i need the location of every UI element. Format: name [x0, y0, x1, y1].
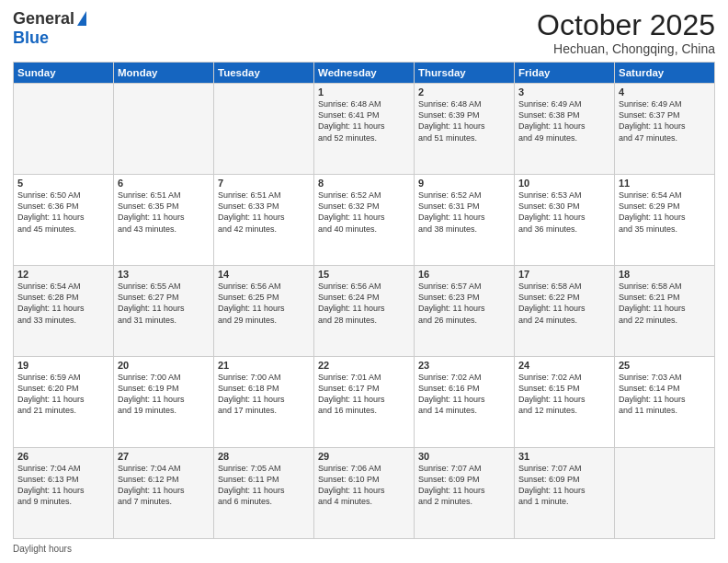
- weekday-header-row: SundayMondayTuesdayWednesdayThursdayFrid…: [14, 63, 715, 84]
- calendar-cell: 6Sunrise: 6:51 AM Sunset: 6:35 PM Daylig…: [114, 175, 214, 266]
- day-number: 19: [17, 360, 109, 371]
- day-info: Sunrise: 7:00 AM Sunset: 6:18 PM Dayligh…: [218, 372, 310, 417]
- calendar-cell: [615, 448, 715, 539]
- day-number: 31: [518, 451, 610, 462]
- day-number: 26: [17, 451, 109, 462]
- day-number: 5: [17, 178, 109, 189]
- day-info: Sunrise: 6:54 AM Sunset: 6:28 PM Dayligh…: [17, 281, 109, 326]
- day-info: Sunrise: 6:50 AM Sunset: 6:36 PM Dayligh…: [17, 190, 109, 235]
- day-info: Sunrise: 6:48 AM Sunset: 6:39 PM Dayligh…: [418, 98, 510, 144]
- day-info: Sunrise: 7:02 AM Sunset: 6:15 PM Dayligh…: [518, 372, 610, 417]
- calendar-cell: 15Sunrise: 6:56 AM Sunset: 6:24 PM Dayli…: [314, 266, 415, 357]
- day-info: Sunrise: 6:49 AM Sunset: 6:37 PM Dayligh…: [619, 98, 711, 144]
- day-number: 11: [619, 178, 711, 189]
- day-info: Sunrise: 6:51 AM Sunset: 6:33 PM Dayligh…: [218, 190, 310, 235]
- calendar-cell: 17Sunrise: 6:58 AM Sunset: 6:22 PM Dayli…: [515, 266, 615, 357]
- day-number: 4: [619, 86, 711, 98]
- day-info: Sunrise: 7:05 AM Sunset: 6:11 PM Dayligh…: [218, 463, 310, 508]
- day-number: 17: [518, 269, 610, 280]
- location-text: Hechuan, Chongqing, China: [537, 41, 715, 56]
- day-info: Sunrise: 6:49 AM Sunset: 6:38 PM Dayligh…: [518, 98, 610, 144]
- day-number: 8: [318, 178, 410, 189]
- calendar-cell: 19Sunrise: 6:59 AM Sunset: 6:20 PM Dayli…: [14, 357, 114, 448]
- day-info: Sunrise: 6:52 AM Sunset: 6:31 PM Dayligh…: [418, 190, 510, 235]
- day-info: Sunrise: 7:04 AM Sunset: 6:12 PM Dayligh…: [118, 463, 210, 508]
- day-number: 3: [518, 86, 610, 98]
- day-info: Sunrise: 6:51 AM Sunset: 6:35 PM Dayligh…: [118, 190, 210, 235]
- calendar-cell: 13Sunrise: 6:55 AM Sunset: 6:27 PM Dayli…: [114, 266, 214, 357]
- day-number: 9: [418, 178, 510, 189]
- calendar-cell: 9Sunrise: 6:52 AM Sunset: 6:31 PM Daylig…: [415, 175, 515, 266]
- day-info: Sunrise: 6:59 AM Sunset: 6:20 PM Dayligh…: [17, 372, 109, 417]
- calendar-week-row: 19Sunrise: 6:59 AM Sunset: 6:20 PM Dayli…: [14, 357, 715, 448]
- day-number: 30: [418, 451, 510, 462]
- calendar-week-row: 26Sunrise: 7:04 AM Sunset: 6:13 PM Dayli…: [14, 448, 715, 539]
- weekday-header-friday: Friday: [515, 63, 615, 84]
- calendar-cell: 12Sunrise: 6:54 AM Sunset: 6:28 PM Dayli…: [14, 266, 114, 357]
- calendar-cell: 16Sunrise: 6:57 AM Sunset: 6:23 PM Dayli…: [415, 266, 515, 357]
- day-number: 27: [118, 451, 210, 462]
- day-info: Sunrise: 7:07 AM Sunset: 6:09 PM Dayligh…: [518, 463, 610, 508]
- calendar-cell: 10Sunrise: 6:53 AM Sunset: 6:30 PM Dayli…: [515, 175, 615, 266]
- day-number: 22: [318, 360, 410, 371]
- calendar-cell: 4Sunrise: 6:49 AM Sunset: 6:37 PM Daylig…: [615, 84, 715, 175]
- day-info: Sunrise: 6:56 AM Sunset: 6:24 PM Dayligh…: [318, 281, 410, 326]
- calendar-cell: 28Sunrise: 7:05 AM Sunset: 6:11 PM Dayli…: [214, 448, 314, 539]
- day-number: 18: [619, 269, 711, 280]
- day-number: 6: [118, 178, 210, 189]
- day-info: Sunrise: 6:58 AM Sunset: 6:21 PM Dayligh…: [619, 281, 711, 326]
- calendar-cell: 23Sunrise: 7:02 AM Sunset: 6:16 PM Dayli…: [415, 357, 515, 448]
- calendar-cell: 27Sunrise: 7:04 AM Sunset: 6:12 PM Dayli…: [114, 448, 214, 539]
- day-number: 23: [418, 360, 510, 371]
- footer: Daylight hours: [13, 544, 715, 554]
- calendar-cell: 7Sunrise: 6:51 AM Sunset: 6:33 PM Daylig…: [214, 175, 314, 266]
- day-number: 15: [318, 269, 410, 280]
- calendar-cell: 18Sunrise: 6:58 AM Sunset: 6:21 PM Dayli…: [615, 266, 715, 357]
- day-number: 24: [518, 360, 610, 371]
- calendar-cell: 1Sunrise: 6:48 AM Sunset: 6:41 PM Daylig…: [314, 84, 415, 175]
- day-number: 29: [318, 451, 410, 462]
- calendar-cell: [14, 84, 114, 175]
- day-number: 14: [218, 269, 310, 280]
- weekday-header-thursday: Thursday: [415, 63, 515, 84]
- day-number: 10: [518, 178, 610, 189]
- calendar-week-row: 5Sunrise: 6:50 AM Sunset: 6:36 PM Daylig…: [14, 175, 715, 266]
- day-info: Sunrise: 7:00 AM Sunset: 6:19 PM Dayligh…: [118, 372, 210, 417]
- calendar-cell: 24Sunrise: 7:02 AM Sunset: 6:15 PM Dayli…: [515, 357, 615, 448]
- calendar-cell: 14Sunrise: 6:56 AM Sunset: 6:25 PM Dayli…: [214, 266, 314, 357]
- day-number: 1: [318, 86, 410, 98]
- calendar-cell: 20Sunrise: 7:00 AM Sunset: 6:19 PM Dayli…: [114, 357, 214, 448]
- calendar-cell: 3Sunrise: 6:49 AM Sunset: 6:38 PM Daylig…: [515, 84, 615, 175]
- day-info: Sunrise: 6:53 AM Sunset: 6:30 PM Dayligh…: [518, 190, 610, 235]
- day-info: Sunrise: 6:57 AM Sunset: 6:23 PM Dayligh…: [418, 281, 510, 326]
- day-info: Sunrise: 7:07 AM Sunset: 6:09 PM Dayligh…: [418, 463, 510, 508]
- calendar-cell: 11Sunrise: 6:54 AM Sunset: 6:29 PM Dayli…: [615, 175, 715, 266]
- weekday-header-sunday: Sunday: [14, 63, 114, 84]
- day-info: Sunrise: 7:01 AM Sunset: 6:17 PM Dayligh…: [318, 372, 410, 417]
- calendar-cell: [214, 84, 314, 175]
- calendar-cell: 2Sunrise: 6:48 AM Sunset: 6:39 PM Daylig…: [415, 84, 515, 175]
- calendar-table: SundayMondayTuesdayWednesdayThursdayFrid…: [13, 62, 715, 539]
- calendar-cell: 26Sunrise: 7:04 AM Sunset: 6:13 PM Dayli…: [14, 448, 114, 539]
- day-number: 16: [418, 269, 510, 280]
- calendar-cell: 8Sunrise: 6:52 AM Sunset: 6:32 PM Daylig…: [314, 175, 415, 266]
- day-number: 13: [118, 269, 210, 280]
- calendar-week-row: 12Sunrise: 6:54 AM Sunset: 6:28 PM Dayli…: [14, 266, 715, 357]
- calendar-week-row: 1Sunrise: 6:48 AM Sunset: 6:41 PM Daylig…: [14, 84, 715, 175]
- calendar-cell: 29Sunrise: 7:06 AM Sunset: 6:10 PM Dayli…: [314, 448, 415, 539]
- day-number: 28: [218, 451, 310, 462]
- day-info: Sunrise: 7:03 AM Sunset: 6:14 PM Dayligh…: [619, 372, 711, 417]
- calendar-cell: 31Sunrise: 7:07 AM Sunset: 6:09 PM Dayli…: [515, 448, 615, 539]
- day-number: 21: [218, 360, 310, 371]
- logo-general-text: General: [13, 9, 74, 29]
- day-info: Sunrise: 7:06 AM Sunset: 6:10 PM Dayligh…: [318, 463, 410, 508]
- weekday-header-wednesday: Wednesday: [314, 63, 415, 84]
- page-container: General Blue October 2025 Hechuan, Chong…: [0, 0, 728, 563]
- header: General Blue October 2025 Hechuan, Chong…: [13, 9, 715, 56]
- title-block: October 2025 Hechuan, Chongqing, China: [537, 9, 715, 56]
- day-number: 25: [619, 360, 711, 371]
- calendar-cell: 5Sunrise: 6:50 AM Sunset: 6:36 PM Daylig…: [14, 175, 114, 266]
- day-info: Sunrise: 6:56 AM Sunset: 6:25 PM Dayligh…: [218, 281, 310, 326]
- calendar-cell: 21Sunrise: 7:00 AM Sunset: 6:18 PM Dayli…: [214, 357, 314, 448]
- calendar-cell: 25Sunrise: 7:03 AM Sunset: 6:14 PM Dayli…: [615, 357, 715, 448]
